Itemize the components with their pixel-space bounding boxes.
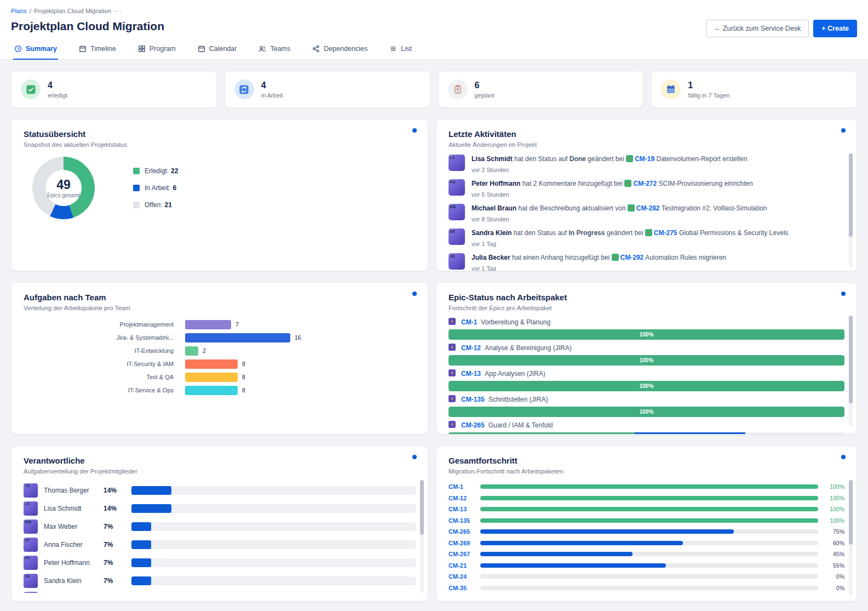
scrollbar-track[interactable] [849, 316, 853, 426]
overall-progress-list: CM-1100%CM-12100%CM-13100%CM-135100%CM-2… [449, 481, 844, 593]
issue-key-link[interactable]: CM-1 [449, 483, 474, 490]
tab-dependencies[interactable]: Dependencies [311, 41, 369, 60]
epic-key-link[interactable]: CM-1 [461, 318, 477, 326]
scrollbar-track[interactable] [849, 153, 853, 267]
summary-content: 4erledigt4in Arbeit6geplant1fällig in 7 … [0, 60, 868, 611]
issue-key-link[interactable]: CM-24 [449, 573, 474, 580]
overall-progress-fill [480, 563, 666, 568]
scrollbar-track[interactable] [420, 480, 424, 593]
tab-label: Program [150, 45, 176, 53]
overall-progress-row: CM-1100% [449, 481, 844, 493]
tab-list[interactable]: List [388, 41, 412, 60]
epic-progress-label: 100% [640, 383, 654, 389]
epic-title: Guard / IAM & Tenfold [488, 421, 553, 429]
tab-label: Summary [26, 45, 57, 53]
card-subtitle: Snapshot des aktuellen Projektstatus [24, 141, 416, 148]
epic-key-link[interactable]: CM-12 [461, 344, 481, 352]
issue-key-link[interactable]: CM-272 [633, 180, 657, 187]
issue-key-link[interactable]: CM-19 [635, 155, 654, 163]
activity-time: vor 1 Tag [472, 241, 788, 247]
tab-calendar[interactable]: Calendar [197, 41, 238, 60]
scrollbar-thumb[interactable] [849, 480, 853, 545]
overall-progress-track [480, 496, 818, 500]
issue-key-link[interactable]: CM-12 [449, 495, 474, 501]
breadcrumb-more-menu[interactable]: ··· [114, 8, 122, 14]
overall-percent: 55% [825, 562, 844, 569]
assignee-row: SKSandra Klein7% [24, 572, 416, 590]
tab-teams[interactable]: Teams [257, 41, 291, 60]
overall-progress-card: Gesamtfortschritt Migration-Fortschritt … [436, 446, 857, 602]
team-bar [185, 346, 198, 356]
tab-label: Teams [270, 45, 290, 53]
issue-type-icon [628, 204, 635, 214]
legend-swatch [133, 185, 140, 191]
activity-actor: Lisa Schmidt [472, 155, 513, 163]
team-bar-chart: Projektmanagement7Jira- & Systemadmi...1… [24, 318, 416, 397]
assignee-progress-track [131, 540, 416, 549]
issue-key-link[interactable]: CM-269 [449, 540, 474, 546]
issue-key-link[interactable]: CM-135 [449, 517, 474, 524]
issue-key-link[interactable]: CM-13 [449, 506, 474, 512]
assignee-progress-track [131, 504, 416, 513]
epic-key-link[interactable]: CM-265 [461, 421, 485, 429]
legend-swatch [133, 202, 140, 208]
avatar: MB [449, 204, 465, 220]
team-bar [185, 386, 238, 395]
scrollbar-thumb[interactable] [849, 153, 853, 237]
scrollbar-track[interactable] [849, 480, 853, 595]
assignee-progress-fill [131, 504, 171, 513]
tab-program[interactable]: Program [137, 41, 177, 60]
legend-label: Offen: [145, 201, 162, 209]
create-button[interactable]: + Create [813, 20, 857, 37]
team-label: IT-Security & IAM [24, 361, 185, 367]
donut-total-label: Epics gesamt [47, 192, 80, 198]
issue-title: Global Permissions & Security Levels [677, 229, 789, 237]
calendar-icon [79, 45, 87, 53]
status-overview-card: Statusübersicht Snapshot des aktuellen P… [11, 119, 428, 271]
issue-key-link[interactable]: CM-21 [449, 562, 474, 569]
issue-key-link[interactable]: CM-35 [449, 585, 474, 591]
avatar: LS [24, 501, 38, 516]
stat-text: 6geplant [475, 81, 495, 99]
issue-type-icon [624, 180, 631, 189]
breadcrumb-plans-link[interactable]: Plans [11, 8, 27, 14]
epic-item: CM-1Vorbereitung & Planung100% [449, 318, 844, 340]
issue-key-link[interactable]: CM-267 [449, 551, 474, 557]
assignee-name: Anna Fischer [44, 541, 97, 549]
tab-label: Calendar [209, 45, 237, 53]
activity-text: Julia Becker hat einen Anhang hinzugefüg… [472, 253, 726, 263]
scrollbar-thumb[interactable] [849, 316, 853, 403]
overall-progress-fill [480, 529, 734, 534]
overall-progress-track [480, 541, 818, 545]
issue-key-link[interactable]: CM-282 [636, 204, 660, 212]
tab-summary[interactable]: Summary [13, 41, 58, 60]
tab-label: Timeline [90, 45, 116, 53]
back-to-service-desk-button[interactable]: ← Zurück zum Service Desk [706, 20, 809, 37]
scrollbar-thumb[interactable] [420, 480, 424, 535]
epic-key-link[interactable]: CM-13 [461, 370, 481, 378]
grid-icon [138, 45, 146, 53]
assignee-progress-fill [131, 486, 171, 495]
legend-value: 21 [164, 201, 171, 209]
issue-key-link[interactable]: CM-292 [620, 254, 644, 261]
team-bar-row: IT-Entwicklung2 [24, 344, 416, 357]
avatar: TB [24, 483, 38, 498]
issue-key-link[interactable]: CM-265 [449, 528, 474, 535]
assignee-percent: 7% [104, 577, 125, 585]
activity-actor: Julia Becker [472, 254, 510, 261]
issue-key-link[interactable]: CM-275 [654, 229, 677, 237]
epic-progress-track [449, 432, 844, 435]
epic-icon [449, 318, 456, 327]
epic-key-link[interactable]: CM-135 [461, 396, 485, 403]
epic-icon [449, 421, 456, 430]
activity-body: Julia Becker hat einen Anhang hinzugefüg… [472, 253, 726, 271]
breadcrumb-separator: / [30, 8, 31, 14]
donut-legend: Erledigt:22In Arbeit:6Offen:21 [133, 167, 178, 209]
activity-time: vor 1 Tag [472, 265, 726, 271]
overall-percent: 100% [825, 506, 844, 512]
team-label: IT-Service & Ops [24, 387, 185, 393]
card-indicator-dot [841, 455, 846, 459]
issue-type-icon [626, 155, 633, 164]
card-indicator-dot [412, 292, 417, 296]
tab-timeline[interactable]: Timeline [78, 41, 117, 60]
